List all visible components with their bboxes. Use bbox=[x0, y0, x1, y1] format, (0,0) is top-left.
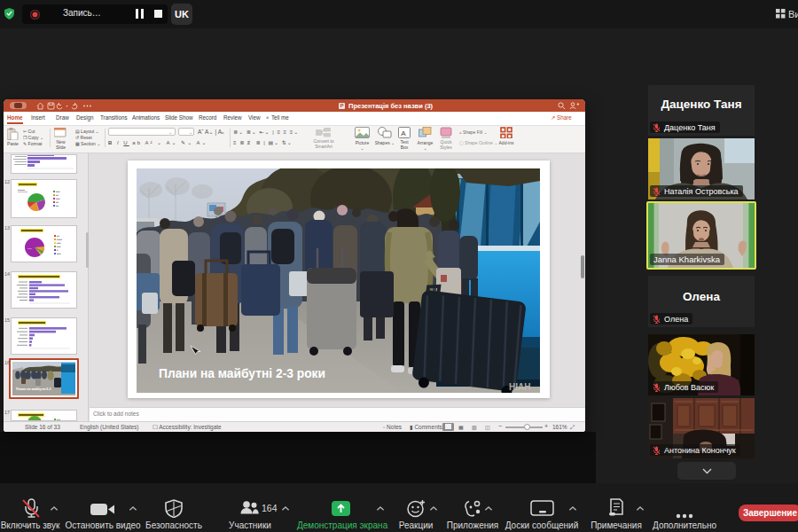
svg-text:■■■: ■■■ bbox=[56, 198, 60, 200]
svg-text:■■■: ■■■ bbox=[57, 246, 61, 248]
svg-text:Плани на майбутні 2-3: Плани на майбутні 2-3 bbox=[16, 387, 51, 391]
svg-text:■: ■ bbox=[57, 249, 59, 252]
svg-text:■■■■: ■■■■ bbox=[57, 239, 63, 241]
svg-text:■■■: ■■■ bbox=[56, 191, 60, 193]
svg-text:Плани на майбутні 2-3 роки: Плани на майбутні 2-3 роки bbox=[159, 367, 325, 380]
svg-text:■■■: ■■■ bbox=[57, 242, 61, 245]
svg-text:■■■: ■■■ bbox=[57, 253, 61, 255]
svg-text:■■■: ■■■ bbox=[57, 419, 61, 420]
svg-text:■■: ■■ bbox=[56, 194, 59, 197]
svg-text:■■: ■■ bbox=[57, 235, 60, 238]
svg-text:91%: 91% bbox=[27, 247, 33, 250]
svg-text:НІАН: НІАН bbox=[509, 382, 530, 392]
svg-text:■■: ■■ bbox=[56, 205, 59, 207]
svg-text:■■: ■■ bbox=[56, 201, 59, 204]
svg-text:A: A bbox=[401, 129, 406, 137]
